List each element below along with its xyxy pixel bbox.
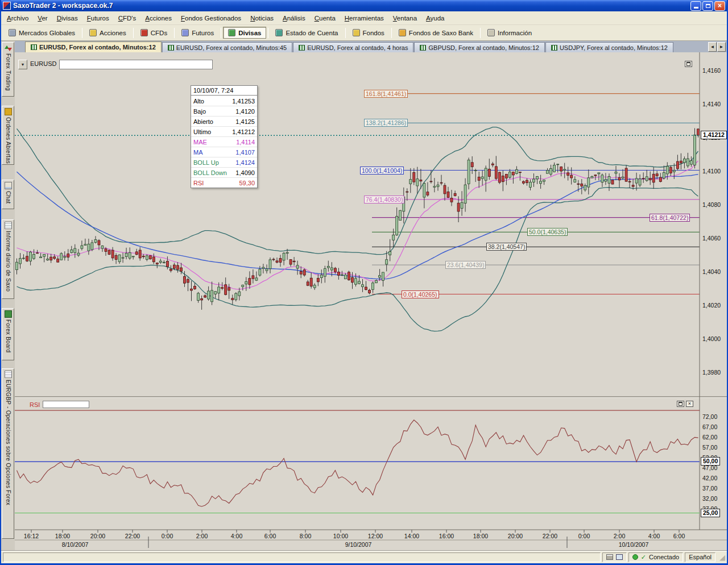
menu-item-divisas[interactable]: Divisas <box>52 13 82 24</box>
tooltip-row-label: Bajo <box>191 108 235 115</box>
tooltip-row-label: BOLL Up <box>191 159 235 166</box>
rail-tab-forex-trading[interactable]: Forex Trading <box>2 42 14 97</box>
rsi-indicator-label: RSI <box>30 401 43 408</box>
price-axis-label: 1,3980 <box>702 369 727 376</box>
rail-tab-ordenes-abiertas[interactable]: Órdenes Abiertas <box>2 106 14 165</box>
time-axis-label: 4:00 <box>224 533 249 539</box>
chart-window-controls <box>685 61 692 67</box>
time-axis-label: 22:00 <box>537 533 562 539</box>
restore-icon[interactable] <box>677 401 684 407</box>
toolbar-separator <box>82 28 82 38</box>
fib-label: 61.8(1,40722) <box>650 214 690 222</box>
chart-region: 1,41601,41401,41201,41001,40801,40601,40… <box>15 52 727 550</box>
rsi-input[interactable] <box>43 401 89 408</box>
main-content: Forex TradingÓrdenes AbiertasChatInforme… <box>1 41 727 550</box>
tooltip-row-label: Ultimo <box>191 128 232 135</box>
fib-label: 161.8(1,41461) <box>364 90 408 98</box>
menu-item-cuenta[interactable]: Cuenta <box>310 13 340 24</box>
fib-label: 76.4(1,40830) <box>364 196 404 203</box>
toolbar-separator <box>133 28 134 38</box>
chart-tab-eurusd-forex-al-contado-minutos-45[interactable]: EURUSD, Forex al contado, Minutos:45 <box>162 42 292 52</box>
menu-item-futuros[interactable]: Futuros <box>82 13 114 24</box>
maximize-button[interactable] <box>702 1 713 11</box>
time-axis-label: 6:00 <box>258 533 283 539</box>
close-button[interactable]: × <box>714 1 725 11</box>
board-icon <box>5 310 12 318</box>
statusbar: ✓ConectadoEspañol◢ <box>1 550 727 563</box>
restore-icon[interactable] <box>685 61 692 67</box>
toolbar-separator <box>345 28 346 38</box>
menu-item-cfd-s[interactable]: CFD's <box>114 13 141 24</box>
chart-icon <box>420 45 426 51</box>
window-title: SaxoTrader 2 - workspace.ok.7 <box>13 2 690 10</box>
tooltip-row: MA1,4107 <box>191 147 257 157</box>
time-axis-label: 18:00 <box>468 533 493 539</box>
status-main-panel <box>3 552 601 562</box>
resize-grip[interactable]: ◢ <box>717 552 725 562</box>
chevron-down-icon[interactable]: ▼ <box>18 60 27 69</box>
chart-tab-usdjpy-forex-al-contado-minutos-12[interactable]: USDJPY, Forex al contado, Minutos:12 <box>545 42 673 52</box>
toolbar-separator <box>268 28 268 38</box>
menu-item-ventana[interactable]: Ventana <box>388 13 421 24</box>
price-axis-label: 1,4020 <box>702 302 727 309</box>
rsi-axis-label: 67,00 <box>702 423 727 430</box>
printer-icon[interactable] <box>606 554 613 560</box>
toolbar-button-fondos-de-saxo-bank[interactable]: Fondos de Saxo Bank <box>394 27 478 39</box>
chart-icon <box>31 44 37 50</box>
menu-item-herramientas[interactable]: Herramientas <box>340 13 388 24</box>
menu-item-ver[interactable]: Ver <box>33 13 52 24</box>
forex-arrows-icon <box>5 44 12 52</box>
scroll-left-icon[interactable]: ◄ <box>708 42 717 52</box>
fib-label: 0.0(1,40265) <box>402 290 439 298</box>
chart-tab-eurusd-forex-al-contado-4-horas[interactable]: EURUSD, Forex al contado, 4 horas <box>293 42 413 52</box>
tooltip-row: BOLL Down1,4090 <box>191 167 257 177</box>
toolbar-button-mercados-globales[interactable]: Mercados Globales <box>3 27 80 39</box>
time-axis-label: 12:00 <box>363 533 388 539</box>
symbol-input[interactable] <box>59 60 213 69</box>
rsi-level-badge: 25,00 <box>701 509 720 517</box>
menu-item-noticias[interactable]: Noticias <box>246 13 278 24</box>
time-axis-label: 2:00 <box>189 533 214 539</box>
menu-item-archivo[interactable]: Archivo <box>2 13 33 24</box>
toolbar-button-informacion[interactable]: Información <box>482 27 537 39</box>
date-label: 10/10/2007 <box>608 541 659 548</box>
toolbar-button-fondos[interactable]: Fondos <box>348 27 390 39</box>
scroll-right-icon[interactable]: ► <box>717 42 726 52</box>
rail-tab-chat[interactable]: Chat <box>2 180 14 209</box>
toolbar-button-cfds[interactable]: CFDs <box>135 27 172 39</box>
toolbar-button-acciones[interactable]: Acciones <box>84 27 131 39</box>
close-icon[interactable]: × <box>686 401 693 407</box>
monitor-icon[interactable] <box>616 554 623 560</box>
tooltip-row: Ultimo1,41212 <box>191 126 257 136</box>
tooltip-row: RSI59,30 <box>191 177 257 188</box>
menu-item-acciones[interactable]: Acciones <box>140 13 176 24</box>
tooltip-row-value: 1,41212 <box>232 128 257 135</box>
fib-label: 38.2(1,40547) <box>486 243 527 251</box>
toolbar-button-divisas[interactable]: Divisas <box>223 27 266 39</box>
status-print-panel <box>602 552 627 562</box>
minimize-button[interactable] <box>690 1 701 11</box>
toolbar-button-estado-de-cuenta[interactable]: Estado de Cuenta <box>270 27 343 39</box>
menu-item-fondos-gestionados[interactable]: Fondos Gestionados <box>176 13 246 24</box>
rail-tab-informe-diario-de-saxo[interactable]: Informe diario de Saxo <box>2 219 14 299</box>
tooltip-row: Bajo1,4120 <box>191 106 257 116</box>
check-icon: ✓ <box>641 554 646 561</box>
last-price-badge: 1,41212 <box>701 131 727 139</box>
price-axis-label: 1,4000 <box>702 335 727 342</box>
chart-tab-eurusd-forex-al-contado-minutos-12[interactable]: EURUSD, Forex al contado, Minutos:12 <box>25 41 162 52</box>
toolbar-button-futuros[interactable]: Futuros <box>176 27 219 39</box>
price-chart-canvas[interactable] <box>15 52 727 550</box>
chart-icon <box>299 45 305 51</box>
menu-item-ayuda[interactable]: Ayuda <box>421 13 449 24</box>
tab-scroll-buttons: ◄► <box>708 42 726 52</box>
app-icon <box>3 2 11 10</box>
chart-column: EURUSD, Forex al contado, Minutos:12EURU… <box>15 41 727 550</box>
rail-tab-forex-board[interactable]: Forex Board <box>2 308 14 360</box>
menubar: ArchivoVerDivisasFuturosCFD'sAccionesFon… <box>1 11 727 25</box>
date-label: 9/10/2007 <box>333 541 384 548</box>
left-rail: Forex TradingÓrdenes AbiertasChatInforme… <box>1 41 15 550</box>
chart-tab-gbpusd-forex-al-contado-minutos-12[interactable]: GBPUSD, Forex al contado, Minutos:12 <box>414 42 544 52</box>
rsi-axis-label: 57,00 <box>702 444 727 451</box>
rail-tab-eurgbp-operaciones-sobre-opciones-forex[interactable]: EURGBP - Operaciones sobre Opciones Fore… <box>2 368 14 539</box>
menu-item-analisis[interactable]: Análisis <box>278 13 310 24</box>
